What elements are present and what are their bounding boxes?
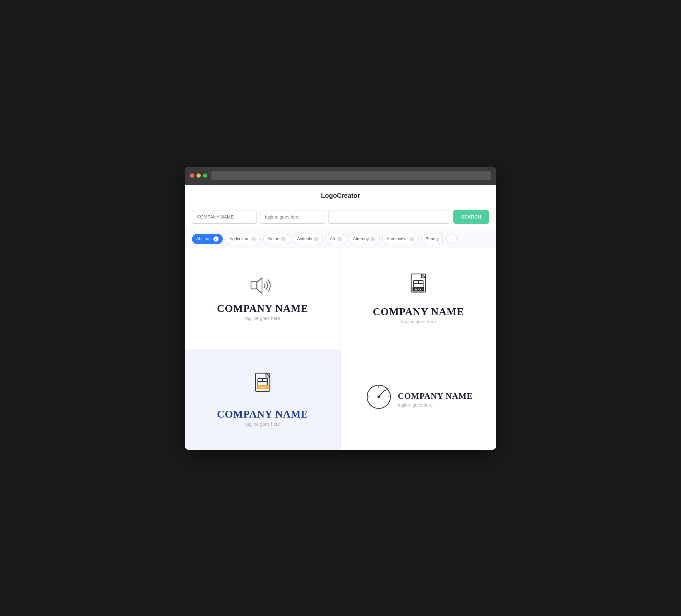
filter-abstract-label: Abstract	[196, 236, 212, 241]
tagline-input[interactable]	[260, 210, 325, 224]
filter-agriculture[interactable]: Agriculture ✓	[225, 234, 261, 244]
company-name-4: COMPANY NAME	[398, 391, 473, 401]
check-icon-art: ✓	[337, 236, 342, 241]
browser-chrome	[185, 166, 496, 185]
check-icon-automotive: ✓	[409, 236, 414, 241]
svg-rect-0	[251, 282, 257, 289]
tagline-1: tagline goes here	[245, 316, 280, 321]
check-icon-abstract: ✓	[213, 236, 219, 241]
svg-marker-1	[257, 278, 262, 293]
filter-art-label: Art	[330, 236, 335, 241]
filter-next-button[interactable]: →	[446, 234, 457, 244]
svg-text:MAX: MAX	[259, 386, 266, 389]
filter-art[interactable]: Art ✓	[326, 234, 346, 244]
tagline-3: tagline goes here	[245, 421, 280, 427]
search-button[interactable]: SEARCH	[453, 210, 489, 224]
logo-grid: COMPANY NAME tagline goes here	[185, 248, 496, 450]
svg-point-17	[377, 395, 380, 398]
check-icon-attorney: ✓	[370, 236, 376, 241]
filter-agriculture-label: Agriculture	[230, 236, 250, 241]
logo-inline-4: COMPANY NAME tagline goes here	[364, 381, 473, 417]
company-name-1: COMPANY NAME	[217, 303, 308, 314]
app-title: LogoCreator	[321, 192, 360, 199]
logo-card-2[interactable]: MAX COMPANY NAME tagline goes here	[341, 248, 497, 349]
filter-airline-label: Airline	[268, 236, 279, 241]
filter-beauty[interactable]: Beauty	[421, 234, 443, 244]
filter-attorney-label: Attorney	[353, 236, 369, 241]
browser-content: LogoCreator SEARCH Abstract ✓ Agricultur…	[185, 185, 496, 450]
filter-automotive-label: Automotive	[386, 236, 408, 241]
app-header: LogoCreator	[185, 185, 496, 204]
maximize-button[interactable]	[203, 174, 207, 178]
svg-text:MAX: MAX	[415, 288, 422, 291]
filter-airline[interactable]: Airline ✓	[263, 234, 290, 244]
filter-animals[interactable]: Animals ✓	[293, 234, 323, 244]
company-name-3: COMPANY NAME	[217, 408, 308, 420]
tagline-2: tagline goes here	[401, 319, 436, 324]
logo-card-4[interactable]: COMPANY NAME tagline goes here	[341, 349, 497, 450]
logo-card-3[interactable]: MAX COMPANY NAME tagline goes here	[185, 349, 340, 450]
browser-dots	[190, 174, 207, 178]
check-icon-animals: ✓	[313, 236, 319, 241]
box-document-color-icon: MAX	[250, 372, 276, 402]
company-name-2: COMPANY NAME	[373, 306, 464, 318]
filter-attorney[interactable]: Attorney ✓	[349, 234, 380, 244]
filter-animals-label: Animals	[297, 236, 312, 241]
filter-beauty-label: Beauty	[426, 236, 438, 241]
address-bar[interactable]	[211, 171, 491, 180]
check-icon-airline: ✓	[281, 236, 286, 241]
check-icon-agriculture: ✓	[251, 236, 256, 241]
company-name-input[interactable]	[192, 210, 257, 224]
speaker-icon	[250, 276, 276, 297]
search-bar: SEARCH	[185, 204, 496, 230]
tagline-4: tagline goes here	[398, 402, 473, 408]
box-document-icon: MAX	[405, 273, 431, 300]
close-button[interactable]	[190, 174, 194, 178]
speedometer-icon	[364, 381, 393, 412]
browser-window: LogoCreator SEARCH Abstract ✓ Agricultur…	[185, 166, 496, 450]
logo-card-1[interactable]: COMPANY NAME tagline goes here	[185, 248, 340, 349]
logo-inline-text-4: COMPANY NAME tagline goes here	[398, 391, 473, 408]
extra-input[interactable]	[328, 210, 450, 224]
minimize-button[interactable]	[197, 174, 201, 178]
filter-bar: Abstract ✓ Agriculture ✓ Airline ✓ Anima…	[185, 230, 496, 248]
filter-abstract[interactable]: Abstract ✓	[192, 234, 223, 244]
filter-automotive[interactable]: Automotive ✓	[382, 234, 419, 244]
